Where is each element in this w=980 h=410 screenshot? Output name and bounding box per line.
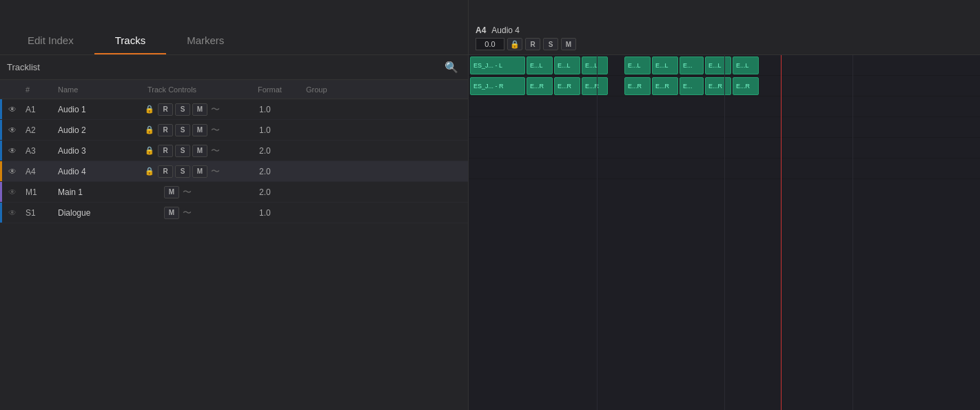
track-controls-cell: M 〜: [145, 207, 255, 219]
lock-icon: 🔒: [145, 125, 154, 134]
s-button[interactable]: S: [175, 145, 190, 157]
clip-block[interactable]: E...R: [527, 77, 553, 95]
header-track-name: Audio 4: [491, 25, 520, 35]
track-format: 2.0: [255, 187, 303, 197]
timeline-row-l: ES_J... - L E...L E...L E...L E...L E...…: [469, 55, 980, 76]
m-button[interactable]: M: [192, 165, 207, 178]
clip-block[interactable]: E...L: [624, 57, 651, 74]
table-row[interactable]: 👁 M1 Main 1 M 〜 2.0: [0, 182, 468, 203]
m-button[interactable]: M: [192, 103, 207, 116]
header-track-id: A4: [476, 25, 486, 35]
lock-icon: 🔒: [145, 105, 154, 114]
col-header-name: Name: [55, 85, 145, 94]
clip-block[interactable]: ES_J... - R: [470, 77, 525, 95]
table-row[interactable]: 👁 A2 Audio 2 🔒 R S M 〜 1.0: [0, 120, 468, 141]
track-format: 2.0: [255, 167, 303, 176]
r-button[interactable]: R: [158, 124, 173, 136]
r-button[interactable]: R: [158, 103, 173, 116]
track-controls-cell: 🔒 R S M 〜: [145, 145, 255, 157]
track-visibility-toggle[interactable]: 👁: [2, 105, 23, 114]
track-id: A3: [23, 146, 55, 156]
lock-icon: 🔒: [145, 146, 154, 155]
left-panel: Tracklist 🔍 # Name Track Controls Format: [0, 55, 469, 410]
table-row[interactable]: 👁 A3 Audio 3 🔒 R S M 〜 2.0: [0, 141, 468, 161]
col-header-group: Group: [303, 85, 468, 94]
tracklist-title: Tracklist: [7, 62, 40, 72]
header-value-display: 0.0: [476, 38, 504, 50]
automation-icon: 〜: [211, 145, 220, 157]
track-visibility-toggle[interactable]: 👁: [2, 146, 23, 156]
track-name: Audio 3: [55, 146, 145, 156]
clip-block[interactable]: E...L: [733, 57, 759, 74]
m-button[interactable]: M: [192, 145, 207, 157]
m-button[interactable]: M: [164, 186, 179, 198]
track-format: 1.0: [255, 208, 303, 218]
track-controls-cell: 🔒 R S M 〜: [145, 165, 255, 178]
clip-block[interactable]: E...L: [705, 57, 731, 74]
clip-block[interactable]: E...L: [652, 57, 678, 74]
track-visibility-toggle[interactable]: 👁: [2, 125, 23, 135]
track-name: Audio 2: [55, 125, 145, 135]
track-id: A4: [23, 167, 55, 176]
automation-icon: 〜: [211, 103, 220, 116]
track-id: M1: [23, 187, 55, 197]
track-controls-cell: 🔒 R S M 〜: [145, 124, 255, 136]
track-name: Audio 1: [55, 105, 145, 114]
r-button[interactable]: R: [158, 145, 173, 157]
m-button[interactable]: M: [164, 207, 179, 219]
track-name: Main 1: [55, 187, 145, 197]
clip-block[interactable]: E...: [680, 57, 704, 74]
clip-block[interactable]: E...: [680, 77, 704, 95]
clip-block[interactable]: E...R: [652, 77, 678, 95]
automation-icon: 〜: [183, 186, 192, 198]
clip-block[interactable]: E...L: [554, 57, 580, 74]
track-list: 👁 A1 Audio 1 🔒 R S M 〜 1.0: [0, 99, 468, 410]
search-button[interactable]: 🔍: [442, 59, 461, 75]
tab-edit-index[interactable]: Edit Index: [7, 28, 94, 54]
clip-block[interactable]: E...R: [582, 77, 608, 95]
table-row[interactable]: 👁 A4 Audio 4 🔒 R S M 〜 2.0: [0, 161, 468, 182]
col-header-format: Format: [255, 85, 303, 94]
automation-icon: 〜: [211, 165, 220, 178]
track-controls-cell: 🔒 R S M 〜: [145, 103, 255, 116]
clip-block[interactable]: E...R: [705, 77, 731, 95]
tracklist-header: Tracklist 🔍: [0, 55, 468, 80]
timeline-row-r: ES_J... - R E...R E...R E...R E...R E...…: [469, 76, 980, 96]
track-format: 2.0: [255, 146, 303, 156]
m-button[interactable]: M: [192, 124, 207, 136]
s-button[interactable]: S: [175, 165, 190, 178]
header-m-btn[interactable]: M: [561, 38, 576, 50]
automation-icon: 〜: [211, 124, 220, 136]
track-name: Audio 4: [55, 167, 145, 176]
clip-block[interactable]: E...L: [582, 57, 608, 74]
track-id: S1: [23, 208, 55, 218]
tab-tracks[interactable]: Tracks: [94, 28, 166, 54]
lock-icon: 🔒: [145, 167, 154, 176]
col-header-controls: Track Controls: [145, 85, 255, 94]
track-visibility-toggle[interactable]: 👁: [2, 208, 23, 218]
clip-block[interactable]: E...R: [554, 77, 580, 95]
column-headers: # Name Track Controls Format Group: [0, 80, 468, 99]
table-row[interactable]: 👁 S1 Dialogue M 〜 1.0: [0, 203, 468, 223]
s-button[interactable]: S: [175, 124, 190, 136]
left-panel-tabs: Edit Index Tracks Markers: [0, 0, 469, 54]
track-format: 1.0: [255, 125, 303, 135]
track-controls-cell: M 〜: [145, 186, 255, 198]
header-s-btn[interactable]: S: [543, 38, 558, 50]
header-lock-btn[interactable]: 🔒: [507, 38, 522, 50]
track-format: 1.0: [255, 105, 303, 114]
track-id: A2: [23, 125, 55, 135]
s-button[interactable]: S: [175, 103, 190, 116]
header-r-btn[interactable]: R: [525, 38, 540, 50]
track-visibility-toggle[interactable]: 👁: [2, 187, 23, 197]
table-row[interactable]: 👁 A1 Audio 1 🔒 R S M 〜 1.0: [0, 99, 468, 120]
clip-block[interactable]: ES_J... - L: [470, 57, 525, 74]
clip-block[interactable]: E...R: [624, 77, 651, 95]
track-visibility-toggle[interactable]: 👁: [2, 167, 23, 176]
tab-markers[interactable]: Markers: [166, 28, 245, 54]
clip-block[interactable]: E...R: [733, 77, 759, 95]
clip-block[interactable]: E...L: [527, 57, 553, 74]
r-button[interactable]: R: [158, 165, 173, 178]
right-panel-header: A4 Audio 4 0.0 🔒 R S M: [469, 0, 980, 54]
right-panel: ES_J... - L E...L E...L E...L E...L E...…: [469, 55, 980, 410]
